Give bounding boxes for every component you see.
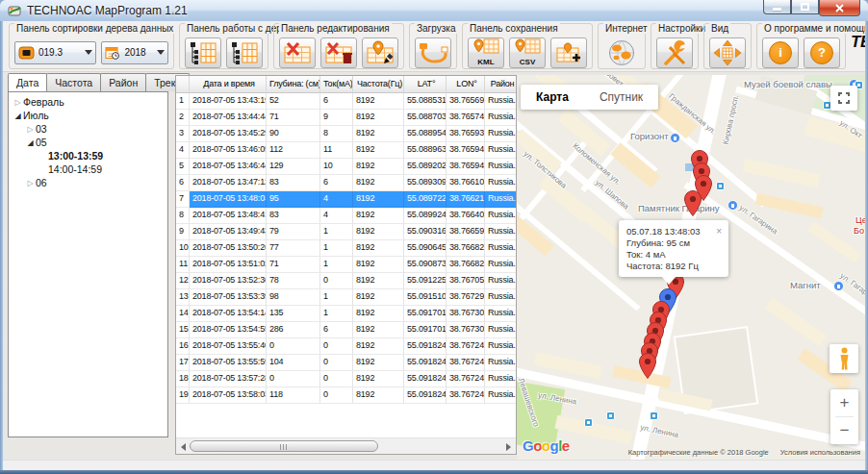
poi-icon[interactable] [833,281,844,291]
map-clear-button[interactable] [279,37,316,68]
map-edit-button[interactable] [362,37,398,68]
settings-button[interactable] [656,37,693,68]
table-row[interactable]: 72018-07-05 13:48:03954819255.08972238.7… [176,191,516,208]
table-cell: 8192 [353,224,404,240]
tree-item[interactable]: ◢05 [9,136,167,149]
table-row[interactable]: 162018-07-05 13:55:4000819255.09182438.7… [176,338,516,355]
tree-item[interactable]: 14:00-14:59 [9,162,167,176]
scroll-left-arrow-icon[interactable] [181,443,186,451]
poi-icon[interactable] [670,133,680,143]
save-kml-button[interactable]: KML [468,37,504,68]
expand-arrow-icon[interactable]: ▷ [13,98,23,107]
map-panel[interactable]: 05.07.18 13:48:03 × Глубина: 95 см Ток: … [517,75,865,460]
tree-item[interactable]: ▷03 [9,122,167,136]
scroll-right-arrow-icon[interactable] [506,443,511,451]
table-cell: 55.089722 [404,191,447,208]
bus-stop-icon[interactable] [650,412,658,420]
about-button[interactable]: i [762,37,799,68]
help-button[interactable]: ? [804,37,840,68]
red-marker[interactable] [684,190,702,216]
usb-load-button[interactable] [415,37,451,68]
terms-link[interactable]: Условия использования [780,448,860,457]
pegman-button[interactable] [830,344,858,373]
table-row[interactable]: 112018-07-05 13:51:02711819255.09087338.… [176,257,516,273]
fullscreen-button[interactable] [830,86,857,111]
table-cell: 4 [320,191,353,208]
column-header[interactable]: Глубина: (см) [267,76,320,93]
table-row[interactable]: 42018-07-05 13:46:0511211819255.08896338… [176,142,516,159]
column-header[interactable]: LON° [447,76,485,93]
table-row[interactable]: 122018-07-05 13:52:36780819255.09122538.… [176,273,516,289]
table-cell: 2018-07-05 13:55:40 [190,338,267,355]
collapse-arrow-icon[interactable]: ◢ [13,112,23,120]
google-logo[interactable]: Google [523,437,570,454]
tree-item[interactable]: ◢Июль [9,109,167,122]
table-cell: 8192 [353,338,404,355]
sidebar-tab-2[interactable]: Частота [46,73,101,91]
bus-stop-icon[interactable] [716,182,725,190]
poi-icon[interactable] [728,200,738,211]
sidebar-tab-3[interactable]: Район [100,73,146,91]
tree-collapse-button[interactable] [226,37,263,68]
table-cell: 2018-07-05 13:45:29 [190,126,267,142]
internet-button[interactable] [603,37,640,68]
table-cell: 2018-07-05 13:57:28 [190,371,267,387]
table-row[interactable]: 172018-07-05 13:55:591040819255.09182438… [176,355,516,371]
year-combo[interactable]: 2018 [101,41,168,64]
scrollbar-thumb[interactable] [190,440,378,452]
map-type-satellite-button[interactable]: Спутник [584,85,658,110]
map-type-map-button[interactable]: Карта [521,85,584,110]
view-pan-button[interactable] [709,37,746,68]
info-window-close-icon[interactable]: × [712,226,722,237]
minimize-icon [773,8,781,11]
table-row[interactable]: 92018-07-05 13:49:43791819255.09031638.7… [176,224,516,240]
column-header[interactable] [176,76,190,93]
table-row[interactable]: 82018-07-05 13:48:41834819255.08992438.7… [176,208,516,224]
device-combo[interactable]: 019.3 [14,41,96,64]
sidebar-tab-1[interactable]: Дата [8,73,47,91]
table-cell: Russia. [485,240,517,257]
zoom-out-button[interactable]: − [830,417,858,444]
column-header[interactable]: Район [485,76,517,93]
map-delete-button[interactable] [320,37,357,68]
group-internet: Интернет [598,23,646,69]
table-row[interactable]: 102018-07-05 13:50:26771819255.09064538.… [176,240,516,257]
tree-item[interactable]: 13:00-13:59 [9,149,167,162]
column-header[interactable]: Частота(Гц) [353,76,404,93]
column-header[interactable]: Дата и время [190,76,267,93]
table-row[interactable]: 62018-07-05 13:47:12836819255.08930938.7… [176,175,516,191]
map-label: Бо [854,226,864,236]
table-row[interactable]: 52018-07-05 13:46:4412910819255.08920238… [176,159,516,175]
column-header[interactable]: LAT° [404,76,447,93]
table-row[interactable]: 192018-07-05 13:58:031180819255.09182438… [176,387,516,404]
zoom-in-button[interactable]: + [830,389,858,416]
expand-arrow-icon[interactable]: ▷ [25,179,36,187]
maximize-icon [801,3,809,11]
maximize-button[interactable] [791,0,819,14]
tree-item[interactable]: ▷Февраль [9,95,167,109]
collapse-arrow-icon[interactable]: ◢ [25,138,36,147]
table-horizontal-scrollbar[interactable] [176,437,516,454]
table-row[interactable]: 132018-07-05 13:53:39981819255.09151038.… [176,289,516,306]
table-row[interactable]: 142018-07-05 13:54:141351819255.09170138… [176,306,516,322]
table-row[interactable]: 182018-07-05 13:57:2800819255.09182438.7… [176,371,516,387]
group-edit-label: Панель редактирования [279,23,392,34]
table-row[interactable]: 152018-07-05 13:54:552866819255.09170138… [176,322,516,338]
table-row[interactable]: 32018-07-05 13:45:29908819255.08895438.7… [176,126,516,142]
title-bar[interactable]: TECHNOAC MapProgram 1.21 [0,0,868,21]
close-button[interactable] [819,0,860,16]
tree-item[interactable]: ▷06 [9,176,167,189]
save-add-button[interactable] [550,37,587,68]
table-cell: 8192 [353,175,404,191]
red-marker[interactable] [639,353,656,379]
minimize-button[interactable] [763,0,791,14]
table-row[interactable]: 12018-07-05 13:43:19526819255.08853138.7… [176,93,516,110]
bus-stop-icon[interactable] [606,412,615,420]
column-header[interactable]: Ток(мА) [320,76,353,93]
save-csv-button[interactable]: CSV [509,37,546,68]
table-row[interactable]: 22018-07-05 13:44:44719819255.08870338.7… [176,110,516,126]
tree-expand-button[interactable] [185,37,221,68]
table-cell: 55.089202 [404,159,447,175]
expand-arrow-icon[interactable]: ▷ [25,125,36,134]
bus-stop-icon[interactable] [584,418,593,427]
